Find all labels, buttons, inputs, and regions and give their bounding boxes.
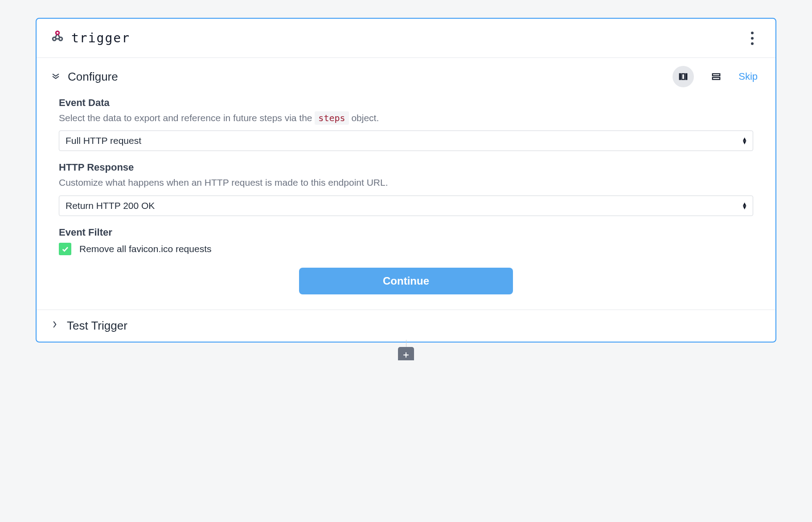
favicon-filter-checkbox[interactable]	[59, 243, 71, 255]
svg-rect-5	[686, 74, 687, 80]
configure-toggle[interactable]: Configure	[52, 70, 118, 84]
layout-columns-button[interactable]	[673, 66, 694, 87]
card-title: trigger	[71, 31, 130, 45]
continue-button[interactable]: Continue	[299, 268, 513, 294]
svg-rect-3	[680, 74, 681, 80]
event-data-select[interactable]: Full HTTP request ▲▼	[59, 130, 753, 151]
svg-rect-4	[682, 74, 685, 80]
http-response-desc: Customize what happens when an HTTP requ…	[59, 176, 753, 189]
http-response-group: HTTP Response Customize what happens whe…	[59, 162, 753, 216]
http-response-selected: Return HTTP 200 OK	[66, 200, 155, 211]
configure-title: Configure	[68, 70, 118, 84]
test-trigger-section[interactable]: Test Trigger	[37, 310, 775, 342]
select-arrows-icon: ▲▼	[742, 138, 747, 145]
card-header: trigger	[37, 19, 775, 58]
chevron-down-double-icon	[51, 72, 61, 82]
event-data-desc-suffix: object.	[349, 113, 379, 123]
svg-point-1	[53, 37, 56, 41]
event-data-desc: Select the data to export and reference …	[59, 111, 753, 124]
configure-section-bar: Configure Skip	[37, 58, 775, 95]
http-response-select[interactable]: Return HTTP 200 OK ▲▼	[59, 196, 753, 216]
layout-rows-button[interactable]	[705, 66, 727, 87]
svg-point-0	[56, 31, 59, 34]
trigger-card: trigger Configure	[36, 18, 776, 343]
favicon-filter-row: Remove all favicon.ico requests	[59, 243, 753, 255]
event-data-label: Event Data	[59, 97, 753, 109]
http-response-label: HTTP Response	[59, 162, 753, 173]
configure-body: Event Data Select the data to export and…	[37, 95, 775, 310]
webhook-icon	[50, 29, 65, 47]
more-menu-button[interactable]	[747, 32, 758, 45]
add-step-button[interactable]	[398, 347, 414, 360]
event-data-code: steps	[315, 111, 349, 125]
event-filter-group: Event Filter Remove all favicon.ico requ…	[59, 227, 753, 255]
svg-rect-7	[713, 77, 720, 80]
event-filter-label: Event Filter	[59, 227, 753, 238]
event-data-selected: Full HTTP request	[66, 135, 141, 146]
skip-link[interactable]: Skip	[738, 71, 758, 82]
select-arrows-icon: ▲▼	[742, 202, 747, 209]
svg-point-2	[59, 37, 62, 41]
event-data-group: Event Data Select the data to export and…	[59, 97, 753, 151]
svg-rect-6	[713, 74, 720, 76]
chevron-right-icon	[52, 318, 58, 333]
test-trigger-title: Test Trigger	[67, 319, 127, 333]
card-header-left: trigger	[50, 29, 130, 47]
configure-actions: Skip	[673, 66, 758, 87]
favicon-filter-label: Remove all favicon.ico requests	[79, 244, 211, 254]
event-data-desc-prefix: Select the data to export and reference …	[59, 113, 315, 123]
